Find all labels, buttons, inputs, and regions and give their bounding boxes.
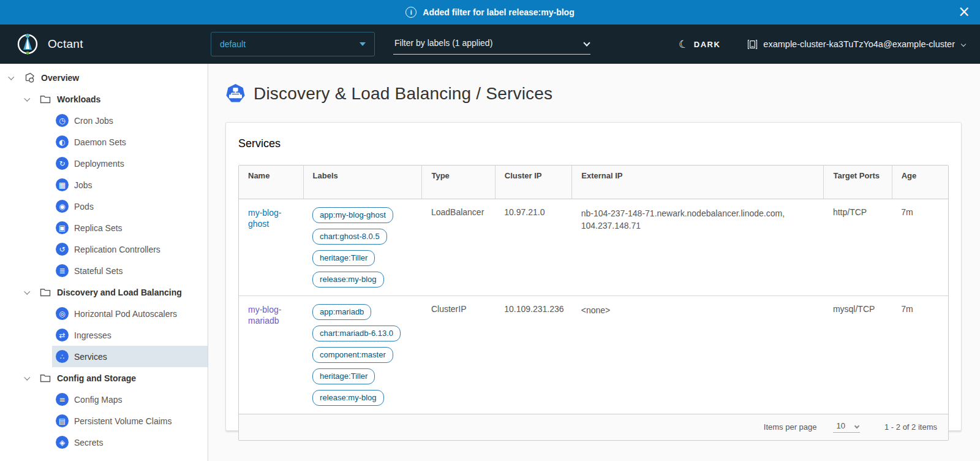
label-chip[interactable]: chart:mariadb-6.13.0 [312, 326, 401, 341]
label-chip[interactable]: component:master [312, 347, 393, 363]
service-name-link[interactable]: my-blog-ghost [248, 208, 281, 229]
label-chip[interactable]: chart:ghost-8.0.5 [312, 229, 387, 245]
table-footer: Items per page 10 1 - 2 of 2 items [239, 414, 948, 440]
chevron-down-icon [583, 39, 590, 46]
main-content: Discovery & Load Balancing / Services Se… [208, 64, 980, 461]
sidebar-item-config-maps[interactable]: ≡ Config Maps [52, 389, 208, 410]
dark-mode-toggle[interactable]: ☾ DARK [679, 38, 720, 50]
column-header-name: Name [239, 166, 303, 199]
chevron-down-icon[interactable] [24, 96, 30, 102]
sidebar-item-label: Replication Controllers [74, 245, 160, 254]
card-title: Services [238, 137, 949, 150]
items-per-page-value: 10 [837, 421, 845, 430]
folder-icon [39, 94, 51, 104]
external-ip: nb-104-237-148-71.newark.nodebalancer.li… [572, 199, 824, 295]
label-filter-dropdown[interactable]: Filter by labels (1 applied) [393, 34, 590, 55]
sidebar-group-discovery-and-load-balancing[interactable]: Discovery and Load Balancing [0, 281, 208, 303]
sidebar-item-overview[interactable]: Overview [0, 67, 208, 88]
label-chip[interactable]: release:my-blog [312, 390, 384, 406]
sidebar-group-label: Discovery and Load Balancing [57, 288, 182, 297]
sidebar-item-label: Stateful Sets [74, 266, 123, 276]
sidebar-item-daemon-sets[interactable]: ◐ Daemon Sets [52, 131, 208, 153]
table-header-row: Name Labels Type Cluster IP External IP … [239, 166, 948, 199]
sidebar-group-label: Workloads [57, 94, 100, 104]
cluster-icon [747, 39, 758, 50]
sidebar-item-secrets[interactable]: ◈ Secrets [52, 432, 208, 453]
info-icon: i [405, 7, 417, 18]
sidebar-item-deployments[interactable]: ↻ Deployments [52, 153, 208, 174]
overview-icon [23, 72, 36, 83]
sidebar-group-workloads[interactable]: Workloads [0, 88, 208, 110]
app-header: Octant default Filter by labels (1 appli… [0, 25, 980, 64]
moon-icon: ☾ [677, 37, 690, 51]
brand: Octant [16, 32, 211, 56]
sidebar-item-ingresses[interactable]: ⇄ Ingresses [52, 324, 208, 346]
sidebar-item-replica-sets[interactable]: ▣ Replica Sets [52, 217, 208, 238]
sidebar: Overview Workloads ◷ Cron Jobs ◐ Daemon … [0, 64, 208, 461]
secrets-icon: ◈ [56, 436, 69, 449]
service-type: ClusterIP [422, 295, 495, 414]
sidebar-item-services[interactable]: ∴ Services [52, 346, 208, 367]
age: 7m [892, 295, 948, 414]
sidebar-item-label: Secrets [74, 438, 103, 448]
service-name-link[interactable]: my-blog-mariadb [248, 305, 281, 326]
sidebar-item-label: Services [74, 352, 107, 362]
horizontal-pod-autoscalers-icon: ◎ [56, 307, 69, 320]
services-heptagon-icon [225, 83, 246, 104]
sidebar-item-replication-controllers[interactable]: ↺ Replication Controllers [52, 238, 208, 260]
folder-icon [39, 373, 51, 383]
pods-icon: ◉ [56, 200, 69, 213]
sidebar-item-pods[interactable]: ◉ Pods [52, 196, 208, 217]
sidebar-item-cron-jobs[interactable]: ◷ Cron Jobs [52, 110, 208, 131]
sidebar-item-label: Persistent Volume Claims [74, 416, 172, 426]
notification-bar: i Added filter for label release:my-blog… [0, 0, 980, 25]
cluster-ip: 10.109.231.236 [495, 295, 571, 414]
octant-logo-icon [16, 32, 39, 56]
chevron-down-icon[interactable] [24, 375, 30, 381]
label-chip[interactable]: heritage:Tiller [312, 368, 375, 384]
app-title: Octant [48, 37, 83, 51]
items-per-page-select[interactable]: 10 [833, 421, 860, 433]
chevron-down-icon[interactable] [8, 74, 14, 80]
page-title: Discovery & Load Balancing / Services [254, 84, 552, 104]
services-table: Name Labels Type Cluster IP External IP … [238, 165, 949, 441]
column-header-age: Age [892, 166, 948, 199]
services-card: Services Name Labels Type Cluster IP Ext… [225, 122, 962, 431]
sidebar-item-stateful-sets[interactable]: ≣ Stateful Sets [52, 260, 208, 281]
namespace-select[interactable]: default [211, 32, 375, 56]
sidebar-item-horizontal-pod-autoscalers[interactable]: ◎ Horizontal Pod Autoscalers [52, 303, 208, 324]
replica-sets-icon: ▣ [56, 221, 69, 234]
service-type: LoadBalancer [422, 199, 495, 295]
chevron-down-icon[interactable] [24, 289, 30, 295]
folder-icon [39, 288, 51, 297]
sidebar-item-label: Overview [41, 73, 79, 83]
age: 7m [892, 199, 948, 295]
close-icon[interactable]: × [958, 2, 970, 21]
label-chip[interactable]: app:mariadb [312, 304, 371, 320]
items-per-page-label: Items per page [764, 422, 817, 432]
label-chip[interactable]: app:my-blog-ghost [312, 207, 393, 223]
sidebar-item-label: Pods [74, 202, 94, 211]
cluster-context-select[interactable]: example-cluster-ka3TuTzYo4a@example-clus… [747, 39, 965, 50]
dropdown-triangle-icon [360, 42, 366, 46]
sidebar-item-label: Cron Jobs [74, 116, 113, 126]
jobs-icon: ▦ [56, 178, 69, 191]
table-row: my-blog-ghost app:my-blog-ghost chart:gh… [239, 199, 948, 295]
sidebar-group-config-and-storage[interactable]: Config and Storage [0, 367, 208, 389]
target-ports: http/TCP [824, 199, 892, 295]
external-ip: <none> [572, 295, 824, 414]
column-header-type: Type [422, 166, 495, 199]
pagination-range: 1 - 2 of 2 items [884, 422, 937, 432]
sidebar-item-label: Deployments [74, 159, 124, 169]
daemon-sets-icon: ◐ [56, 135, 69, 148]
deployments-icon: ↻ [56, 157, 69, 170]
chevron-down-icon [854, 423, 859, 428]
sidebar-item-jobs[interactable]: ▦ Jobs [52, 174, 208, 196]
label-chip[interactable]: release:my-blog [312, 272, 384, 288]
config-maps-icon: ≡ [56, 393, 69, 406]
namespace-value: default [220, 39, 246, 49]
sidebar-item-persistent-volume-claims[interactable]: ▤ Persistent Volume Claims [52, 410, 208, 432]
column-header-target-ports: Target Ports [824, 166, 892, 199]
target-ports: mysql/TCP [824, 295, 892, 414]
label-chip[interactable]: heritage:Tiller [312, 250, 375, 266]
